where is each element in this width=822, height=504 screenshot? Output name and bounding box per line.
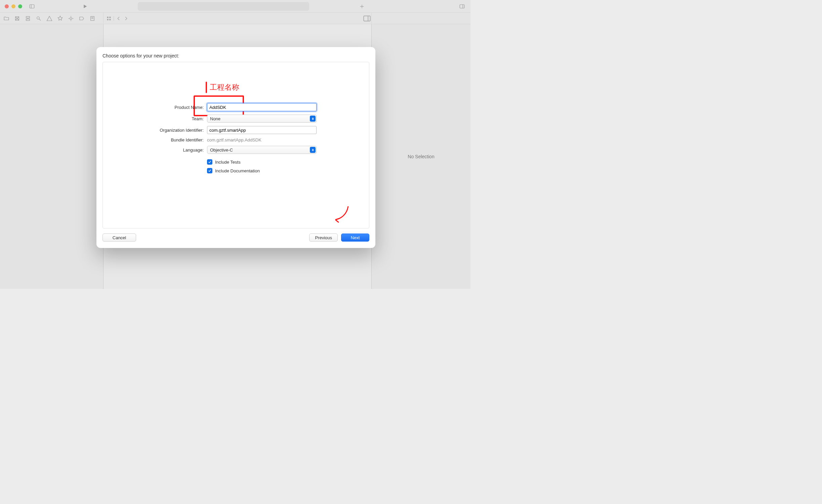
language-label: Language: xyxy=(110,148,204,153)
cancel-button[interactable]: Cancel xyxy=(102,234,136,242)
new-project-options-sheet: Choose options for your new project: 工程名… xyxy=(96,47,375,248)
next-button[interactable]: Next xyxy=(341,234,369,242)
org-identifier-label: Organization Identifier: xyxy=(110,128,204,133)
bundle-identifier-value: com.gztf.smartApp.AddSDK xyxy=(207,137,261,142)
sheet-footer: Cancel Previous Next xyxy=(102,228,369,242)
include-documentation-checkbox[interactable] xyxy=(207,168,212,173)
annotation-vline-icon xyxy=(206,82,207,93)
team-label: Team: xyxy=(110,116,204,121)
next-button-label: Next xyxy=(351,235,360,240)
annotation-step-2-arrow xyxy=(333,205,354,226)
previous-button[interactable]: Previous xyxy=(309,234,338,242)
team-select-value: None xyxy=(210,116,220,121)
dropdown-arrow-icon xyxy=(310,116,316,122)
include-documentation-label: Include Documentation xyxy=(215,168,260,173)
include-tests-label: Include Tests xyxy=(215,160,241,165)
org-identifier-input[interactable] xyxy=(207,126,317,134)
sheet-title: Choose options for your new project: xyxy=(102,53,369,58)
bundle-identifier-label: Bundle Identifier: xyxy=(110,137,204,142)
team-select[interactable]: None xyxy=(207,115,317,123)
sheet-body: 工程名称 Product Name: Team: None xyxy=(102,62,369,228)
language-select-value: Objective-C xyxy=(210,148,233,153)
language-select[interactable]: Objective-C xyxy=(207,146,317,154)
cancel-button-label: Cancel xyxy=(113,235,126,240)
previous-button-label: Previous xyxy=(315,235,332,240)
include-tests-checkbox[interactable] xyxy=(207,159,212,165)
product-name-input[interactable] xyxy=(207,103,317,111)
product-name-label: Product Name: xyxy=(110,105,204,110)
annotation-step-1-label: 工程名称 xyxy=(210,82,239,92)
dropdown-arrow-icon xyxy=(310,147,316,153)
annotation-step-1: 工程名称 xyxy=(206,82,239,93)
navigator-panel xyxy=(0,24,104,289)
inspector-panel: No Selection xyxy=(371,24,470,289)
inspector-no-selection-text: No Selection xyxy=(408,154,434,159)
